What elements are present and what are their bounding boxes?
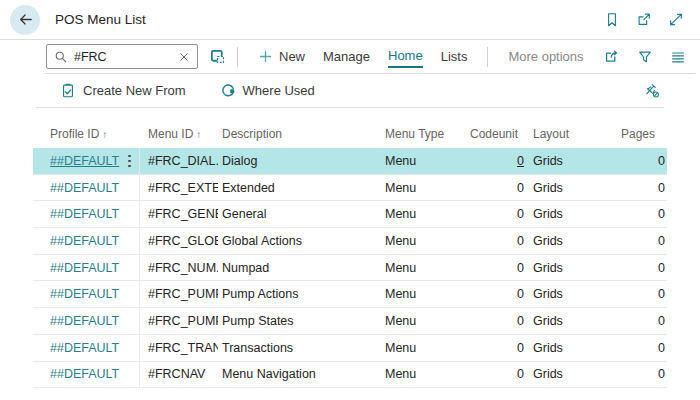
page-title: POS Menu List [55,12,146,27]
kebab-menu-icon[interactable] [128,155,131,168]
table-row[interactable]: ##DEFAULT #FRC_NUM... Numpad Menu 0 Grid… [33,255,667,282]
cell-menu-type: Menu [370,287,470,301]
cell-layout: Grids [530,181,610,195]
filter-icon[interactable] [637,49,653,65]
list-view-icon[interactable] [670,49,686,65]
codeunit-link[interactable]: 0 [517,181,524,195]
cell-menu-id: #FRC_PUMP... [140,287,218,301]
cell-menu-type: Menu [370,261,470,275]
search-box[interactable] [46,44,198,69]
cell-codeunit: 0 [470,207,530,221]
codeunit-link[interactable]: 0 [517,367,524,381]
cell-profile-id: ##DEFAULT [33,207,120,221]
cell-menu-id: #FRCNAV [140,367,218,381]
cell-row-options [120,148,140,174]
divider [487,47,488,67]
cell-codeunit: 0 [470,234,530,248]
cell-menu-type: Menu [370,367,470,381]
column-header-description[interactable]: Description [218,127,370,141]
cell-profile-id: ##DEFAULT [33,367,120,381]
clear-search-icon[interactable] [178,51,190,63]
profile-id-link[interactable]: ##DEFAULT [50,314,119,328]
profile-id-link[interactable]: ##DEFAULT [50,261,119,275]
codeunit-link[interactable]: 0 [517,314,524,328]
cell-description: Menu Navigation [218,367,370,381]
cell-menu-id: #FRC_NUM... [140,261,218,275]
table-row[interactable]: ##DEFAULT #FRC_PUMP... Pump States Menu … [33,308,667,335]
more-options-button[interactable]: More options [499,45,592,68]
column-header-menu-id[interactable]: Menu ID↑ [140,127,218,141]
sort-asc-icon: ↑ [102,129,107,140]
back-button[interactable] [10,5,40,35]
cell-codeunit: 0 [470,181,530,195]
popout-icon[interactable] [636,11,652,28]
cell-menu-id: #FRC_DIAL... [140,154,218,168]
cell-pages: 0 [610,154,667,168]
back-arrow-icon [17,11,34,28]
cell-layout: Grids [530,154,610,168]
expand-icon[interactable] [668,11,684,28]
codeunit-link[interactable]: 0 [517,154,524,168]
profile-id-link[interactable]: ##DEFAULT [50,287,119,301]
table-row[interactable]: ##DEFAULT #FRC_EXTE... Extended Menu 0 G… [33,175,667,202]
tab-lists[interactable]: Lists [432,45,477,68]
codeunit-link[interactable]: 0 [517,341,524,355]
where-used-button[interactable]: Where Used [220,79,315,103]
profile-id-link[interactable]: ##DEFAULT [50,154,119,168]
sort-asc-icon: ↑ [196,129,201,140]
codeunit-link[interactable]: 0 [517,207,524,221]
profile-id-link[interactable]: ##DEFAULT [50,207,119,221]
table-row[interactable]: ##DEFAULT #FRC_TRAN... Transactions Menu… [33,335,667,362]
profile-id-link[interactable]: ##DEFAULT [50,234,119,248]
bookmark-icon[interactable] [604,11,620,28]
cell-pages: 0 [610,234,667,248]
tab-home[interactable]: Home [379,44,432,70]
table-header-row: Profile ID↑ Menu ID↑ Description Menu Ty… [33,108,667,148]
cell-row-options [120,362,140,388]
cell-row-options [120,335,140,361]
divider [237,47,238,67]
table-row[interactable]: ##DEFAULT #FRC_DIAL... Dialog Menu 0 Gri… [33,148,667,175]
manage-button[interactable]: Manage [314,45,379,68]
codeunit-link[interactable]: 0 [517,234,524,248]
column-header-pages[interactable]: Pages [610,127,667,141]
cell-profile-id: ##DEFAULT [33,341,120,355]
cell-row-options [120,255,140,281]
column-header-menu-type[interactable]: Menu Type [370,127,470,141]
table-row[interactable]: ##DEFAULT #FRC_GENE... General Menu 0 Gr… [33,201,667,228]
cell-profile-id: ##DEFAULT [33,234,120,248]
pin-icon[interactable] [643,82,660,99]
table-row[interactable]: ##DEFAULT #FRC_GLOB... Global Actions Me… [33,228,667,255]
cell-menu-type: Menu [370,207,470,221]
cell-menu-id: #FRC_GLOB... [140,234,218,248]
column-header-layout[interactable]: Layout [530,127,610,141]
new-button[interactable]: New [249,45,314,68]
profile-id-link[interactable]: ##DEFAULT [50,367,119,381]
cell-row-options [120,281,140,307]
cell-profile-id: ##DEFAULT [33,287,120,301]
table-row[interactable]: ##DEFAULT #FRC_PUMP... Pump Actions Menu… [33,281,667,308]
codeunit-link[interactable]: 0 [517,287,524,301]
cell-layout: Grids [530,367,610,381]
table-row[interactable]: ##DEFAULT #FRCNAV Menu Navigation Menu 0… [33,362,667,389]
cell-codeunit: 0 [470,261,530,275]
codeunit-link[interactable]: 0 [517,261,524,275]
cell-menu-id: #FRC_EXTE... [140,181,218,195]
cell-menu-type: Menu [370,314,470,328]
profile-id-link[interactable]: ##DEFAULT [50,341,119,355]
cell-codeunit: 0 [470,367,530,381]
search-input[interactable] [74,50,172,64]
column-header-codeunit[interactable]: Codeunit [470,127,530,141]
share-icon[interactable] [603,48,620,65]
cell-description: Numpad [218,261,370,275]
profile-id-link[interactable]: ##DEFAULT [50,181,119,195]
cell-row-options [120,201,140,227]
column-header-profile-id[interactable]: Profile ID↑ [33,127,140,141]
cell-codeunit: 0 [470,314,530,328]
saved-views-icon[interactable] [209,48,226,65]
cell-description: Dialog [218,154,370,168]
cell-pages: 0 [610,287,667,301]
create-new-from-button[interactable]: Create New From [60,78,186,103]
cell-pages: 0 [610,314,667,328]
search-icon [54,50,68,64]
